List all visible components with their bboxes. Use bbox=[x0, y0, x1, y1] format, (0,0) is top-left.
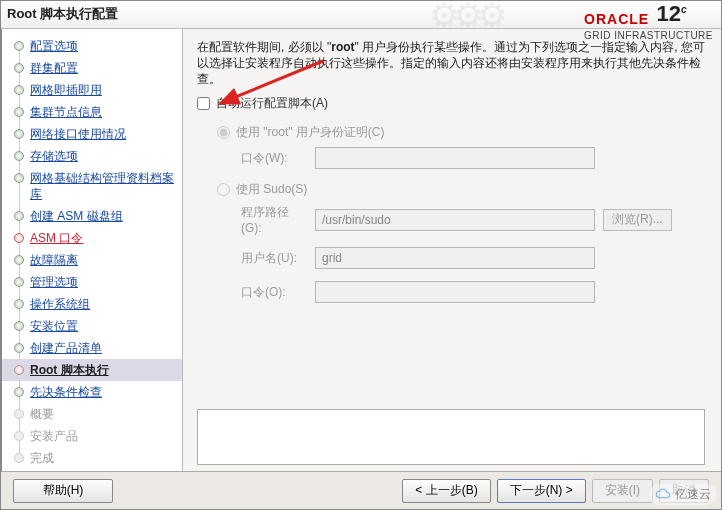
sidebar-item-label[interactable]: 群集配置 bbox=[30, 61, 78, 75]
install-button: 安装(I) bbox=[592, 479, 653, 503]
sidebar-item-label: 概要 bbox=[30, 407, 54, 421]
step-node-icon bbox=[14, 233, 24, 243]
username-label: 用户名(U): bbox=[241, 250, 307, 267]
use-sudo-radio bbox=[217, 183, 230, 196]
brand-version: 12c bbox=[657, 1, 687, 27]
sidebar-item-6[interactable]: 网格基础结构管理资料档案库 bbox=[2, 167, 182, 205]
sidebar-item-12[interactable]: 安装位置 bbox=[2, 315, 182, 337]
window-title: Root 脚本执行配置 bbox=[7, 5, 118, 23]
browse-button: 浏览(R)... bbox=[603, 209, 672, 231]
sidebar-item-label[interactable]: 集群节点信息 bbox=[30, 105, 102, 119]
step-node-icon bbox=[14, 321, 24, 331]
step-node-icon bbox=[14, 343, 24, 353]
help-button[interactable]: 帮助(H) bbox=[13, 479, 113, 503]
step-node-icon bbox=[14, 365, 24, 375]
step-node-icon bbox=[14, 431, 24, 441]
step-node-icon bbox=[14, 211, 24, 221]
sidebar-item-4[interactable]: 网络接口使用情况 bbox=[2, 123, 182, 145]
step-node-icon bbox=[14, 85, 24, 95]
sidebar-item-label[interactable]: 存储选项 bbox=[30, 149, 78, 163]
sidebar-item-7[interactable]: 创建 ASM 磁盘组 bbox=[2, 205, 182, 227]
sidebar-item-0[interactable]: 配置选项 bbox=[2, 35, 182, 57]
auto-run-checkbox[interactable] bbox=[197, 97, 210, 110]
sidebar-item-15[interactable]: 先决条件检查 bbox=[2, 381, 182, 403]
step-node-icon bbox=[14, 41, 24, 51]
sidebar-item-8[interactable]: ASM 口令 bbox=[2, 227, 182, 249]
sidebar-item-label[interactable]: 故障隔离 bbox=[30, 253, 78, 267]
sidebar-item-18: 完成 bbox=[2, 447, 182, 469]
username-input bbox=[315, 247, 595, 269]
credentials-panel: 使用 "root" 用户身份证明(C) 口令(W): 使用 Sudo(S) 程序… bbox=[217, 124, 705, 303]
root-password-label: 口令(W): bbox=[241, 150, 307, 167]
sidebar-item-10[interactable]: 管理选项 bbox=[2, 271, 182, 293]
sidebar-item-label[interactable]: 网络接口使用情况 bbox=[30, 127, 126, 141]
brand-oracle: ORACLE bbox=[584, 11, 649, 27]
sidebar-item-16: 概要 bbox=[2, 403, 182, 425]
step-node-icon bbox=[14, 255, 24, 265]
sidebar-item-5[interactable]: 存储选项 bbox=[2, 145, 182, 167]
step-node-icon bbox=[14, 63, 24, 73]
description-text: 在配置软件期间, 必须以 "root" 用户身份执行某些操作。通过为下列选项之一… bbox=[197, 39, 705, 87]
program-path-label: 程序路径(G): bbox=[241, 204, 307, 235]
sidebar-item-label[interactable]: 配置选项 bbox=[30, 39, 78, 53]
step-node-icon bbox=[14, 299, 24, 309]
next-button[interactable]: 下一步(N) > bbox=[497, 479, 586, 503]
step-node-icon bbox=[14, 107, 24, 117]
sidebar-item-1[interactable]: 群集配置 bbox=[2, 57, 182, 79]
sidebar-item-label[interactable]: 操作系统组 bbox=[30, 297, 90, 311]
step-node-icon bbox=[14, 453, 24, 463]
auto-run-label[interactable]: 自动运行配置脚本(A) bbox=[216, 95, 328, 112]
sidebar-item-17: 安装产品 bbox=[2, 425, 182, 447]
sidebar-item-label[interactable]: 创建 ASM 磁盘组 bbox=[30, 209, 123, 223]
sidebar-item-14: Root 脚本执行 bbox=[2, 359, 182, 381]
sudo-password-input bbox=[315, 281, 595, 303]
sidebar-item-label[interactable]: 网格基础结构管理资料档案库 bbox=[30, 171, 174, 201]
sidebar-item-label[interactable]: 先决条件检查 bbox=[30, 385, 102, 399]
sidebar-item-label[interactable]: ASM 口令 bbox=[30, 231, 83, 245]
sidebar-item-label: 完成 bbox=[30, 451, 54, 465]
sidebar-item-9[interactable]: 故障隔离 bbox=[2, 249, 182, 271]
use-sudo-label: 使用 Sudo(S) bbox=[236, 181, 307, 198]
message-area bbox=[197, 409, 705, 465]
sidebar-item-3[interactable]: 集群节点信息 bbox=[2, 101, 182, 123]
sidebar-item-13[interactable]: 创建产品清单 bbox=[2, 337, 182, 359]
watermark: 亿速云 bbox=[649, 484, 717, 505]
sidebar-item-label[interactable]: 创建产品清单 bbox=[30, 341, 102, 355]
sidebar-item-label: Root 脚本执行 bbox=[30, 363, 109, 377]
use-root-radio bbox=[217, 126, 230, 139]
sidebar-item-label[interactable]: 管理选项 bbox=[30, 275, 78, 289]
root-password-input bbox=[315, 147, 595, 169]
sidebar-item-11[interactable]: 操作系统组 bbox=[2, 293, 182, 315]
sidebar-item-label: 安装产品 bbox=[30, 429, 78, 443]
step-node-icon bbox=[14, 129, 24, 139]
wizard-sidebar: 配置选项群集配置网格即插即用集群节点信息网络接口使用情况存储选项网格基础结构管理… bbox=[1, 29, 183, 471]
step-node-icon bbox=[14, 409, 24, 419]
use-root-label: 使用 "root" 用户身份证明(C) bbox=[236, 124, 385, 141]
cloud-icon bbox=[655, 487, 671, 503]
step-node-icon bbox=[14, 387, 24, 397]
sidebar-item-2[interactable]: 网格即插即用 bbox=[2, 79, 182, 101]
back-button[interactable]: < 上一步(B) bbox=[402, 479, 490, 503]
sidebar-item-label[interactable]: 网格即插即用 bbox=[30, 83, 102, 97]
step-node-icon bbox=[14, 151, 24, 161]
step-node-icon bbox=[14, 277, 24, 287]
program-path-input bbox=[315, 209, 595, 231]
step-node-icon bbox=[14, 173, 24, 183]
sidebar-item-label[interactable]: 安装位置 bbox=[30, 319, 78, 333]
sudo-password-label: 口令(O): bbox=[241, 284, 307, 301]
